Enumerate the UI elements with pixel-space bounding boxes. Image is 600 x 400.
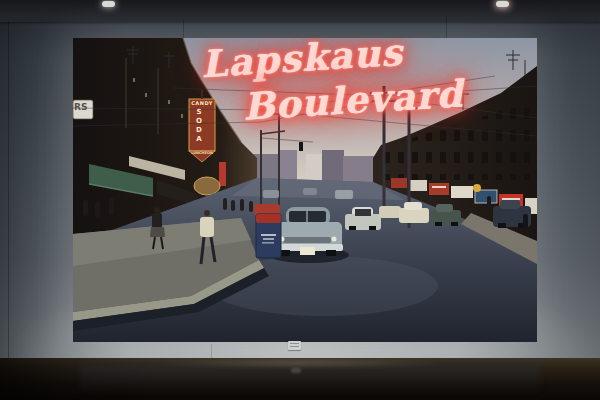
newspaper-bin (256, 214, 281, 258)
luncheon-sign-text: LUNCHEON (183, 151, 221, 155)
wall-crack (446, 16, 447, 38)
soda-sign-text: SODA (194, 108, 204, 144)
artwork-photograph: Lapskaus Boulevard CANDY SODA LUNCHEON R… (73, 38, 537, 342)
gallery-room: Lapskaus Boulevard CANDY SODA LUNCHEON R… (0, 0, 600, 400)
wall-seam-below-artwork (211, 344, 212, 358)
corner-sign-text: RS (74, 102, 87, 112)
candy-sign-text: CANDY (187, 100, 217, 106)
gallery-ceiling (0, 0, 600, 22)
wall-crack (183, 20, 184, 38)
gallery-label (288, 341, 301, 350)
artwork-reflection (80, 364, 540, 394)
traffic-light (299, 142, 303, 151)
wall-seam (8, 22, 9, 358)
spotlight-right (496, 1, 509, 7)
spotlight-left (102, 1, 115, 7)
wall-glow-reflection (150, 358, 450, 368)
label-reflection (291, 368, 301, 373)
